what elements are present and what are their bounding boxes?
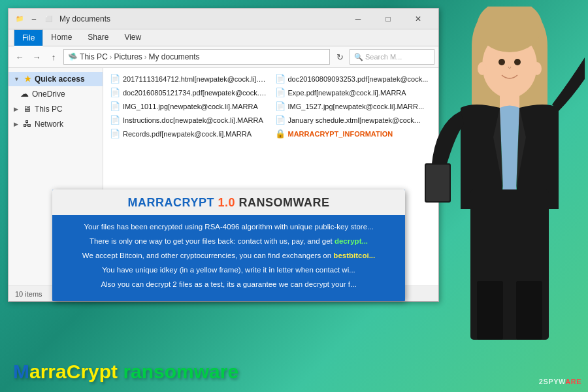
file-name-5: IMG_1527.jpg[newpatek@cock.li].MARR... [288, 103, 425, 110]
file-icon-6: 📄 [110, 115, 120, 125]
file-icon-9: 🔒 [275, 129, 286, 139]
sidebar-item-onedrive[interactable]: ☁ OneDrive [8, 86, 103, 101]
file-icon-2: 📄 [110, 88, 120, 97]
ransom-link-decrypt: decrypt... [335, 237, 368, 245]
ransom-line-0: Your files has been encrypted using RSA-… [63, 221, 395, 232]
label-rest: arraCrypt [29, 361, 123, 382]
file-icon-0: 📄 [110, 74, 120, 84]
file-name-7: January schedule.xtml[newpatek@cock... [288, 116, 421, 124]
tab-file[interactable]: File [14, 29, 43, 46]
file-name-3: Expe.pdf[newpatek@cock.li].MARRA [288, 89, 406, 97]
ransom-title: MARRACRYPT 1.0 RANSOMWARE [63, 196, 395, 210]
file-row[interactable]: 📄 doc20160805121734.pdf[newpatek@cock.li… [106, 86, 271, 99]
expand-arrow-pc: ▶ [14, 106, 18, 112]
person-image [405, 0, 588, 340]
back-button[interactable]: ← [12, 50, 27, 64]
ransom-line-1: There is only one way to get your files … [63, 236, 395, 246]
watermark-are: ARE [565, 378, 581, 385]
title-bar-icon3: ⬜ [42, 13, 54, 25]
ransom-line-3: You have unique idkey (in a yellow frame… [63, 265, 395, 275]
file-name-9: MARRACRYPT_INFORMATION [288, 130, 393, 138]
search-icon: 🔍 [354, 53, 363, 61]
watermark-2spy: 2SPYW [539, 378, 565, 385]
ransom-link-bitcoin: bestbitcoi... [333, 252, 375, 259]
minimize-button[interactable]: ─ [343, 8, 373, 29]
ransom-line-2: We accept Bitcoin, and other cryptocurre… [63, 250, 395, 261]
title-bar-icon2: ─ [28, 13, 40, 25]
path-pictures: Pictures [114, 52, 142, 61]
sidebar-item-this-pc[interactable]: ▶ 🖥 This PC [8, 101, 103, 116]
file-icon-4: 📄 [110, 101, 120, 111]
ransom-body: Your files has been encrypted using RSA-… [52, 215, 405, 301]
ransom-title-suffix: RANSOMWARE [235, 196, 330, 209]
path-my-docs: My documents [149, 52, 200, 61]
file-grid: 📄 20171113164712.html[newpatek@cock.li].… [106, 72, 436, 140]
ransom-header: MARRACRYPT 1.0 RANSOMWARE [52, 189, 405, 215]
address-path[interactable]: 🛸 This PC › Pictures › My documents [63, 49, 330, 65]
watermark: 2SPYWARE [539, 378, 581, 385]
network-icon: 🖧 [23, 119, 31, 129]
sidebar-label-onedrive: OneDrive [32, 90, 65, 99]
maximize-button[interactable]: □ [373, 8, 403, 29]
svg-point-11 [498, 59, 505, 65]
star-icon: ★ [24, 74, 31, 84]
file-name-6: Instructions.doc[newpatek@cock.li].MARRA [123, 116, 263, 124]
file-name-2: doc20160805121734.pdf[newpatek@cock.li].… [123, 89, 267, 97]
tab-view[interactable]: View [116, 29, 149, 46]
up-button[interactable]: ↑ [46, 50, 61, 64]
svg-rect-9 [477, 281, 503, 340]
ribbon: File Home Share View [8, 29, 438, 46]
address-bar: ← → ↑ 🛸 This PC › Pictures › My document… [8, 46, 438, 68]
bottom-label: MarraCrypt ransomware [13, 361, 238, 383]
window-title: My documents [59, 14, 343, 24]
svg-point-13 [478, 62, 487, 75]
svg-rect-10 [516, 281, 542, 340]
sidebar-label-network: Network [35, 120, 63, 129]
folder-icon: 📁 [14, 13, 25, 25]
ransom-panel: MARRACRYPT 1.0 RANSOMWARE Your files has… [52, 189, 405, 301]
ransom-line-4: Also you can decrypt 2 files as a test, … [63, 279, 395, 289]
path-this-pc: 🛸 This PC [68, 52, 108, 61]
file-row[interactable]: 📄 Instructions.doc[newpatek@cock.li].MAR… [106, 113, 271, 127]
sidebar-item-network[interactable]: ▶ 🖧 Network [8, 116, 103, 131]
ransom-title-version: 1.0 [218, 196, 235, 209]
file-row[interactable]: 📄 IMG_1011.jpg[newpatek@cock.li].MARRA [106, 99, 271, 113]
file-name-8: Records.pdf[newpatek@cock.li].MARRA [123, 130, 252, 138]
svg-point-14 [532, 62, 542, 75]
pc-icon: 🖥 [23, 104, 31, 114]
label-prefix: M [13, 361, 29, 382]
file-row[interactable]: 📄 Records.pdf[newpatek@cock.li].MARRA [106, 127, 271, 140]
person-svg [408, 7, 585, 340]
file-icon-1: 📄 [275, 74, 286, 84]
sidebar-item-quick-access[interactable]: ▼ ★ Quick access [8, 72, 103, 86]
file-icon-5: 📄 [275, 101, 286, 111]
file-row[interactable]: 📄 20171113164712.html[newpatek@cock.li].… [106, 72, 271, 86]
status-text: 10 items [15, 290, 42, 298]
sidebar-label-quick-access: Quick access [35, 74, 85, 84]
ransom-title-prefix: MARRACRYPT [128, 196, 218, 209]
sidebar-label-this-pc: This PC [35, 105, 63, 114]
label-ransomware: ransomware [123, 361, 238, 382]
svg-rect-7 [426, 165, 449, 201]
file-icon-3: 📄 [275, 88, 286, 97]
search-placeholder: Search M... [365, 53, 402, 61]
expand-arrow-net: ▶ [14, 121, 18, 127]
svg-point-12 [514, 59, 521, 65]
title-bar: 📁 ─ ⬜ My documents ─ □ ✕ [8, 8, 438, 29]
tab-share[interactable]: Share [80, 29, 116, 46]
forward-button[interactable]: → [29, 50, 44, 64]
file-name-4: IMG_1011.jpg[newpatek@cock.li].MARRA [123, 103, 258, 110]
file-name-0: 20171113164712.html[newpatek@cock.li].MA… [123, 75, 267, 83]
file-icon-7: 📄 [275, 115, 286, 125]
tab-home[interactable]: Home [43, 29, 80, 46]
refresh-button[interactable]: ↻ [333, 50, 347, 64]
title-bar-icons: 📁 ─ ⬜ [14, 13, 54, 25]
file-icon-8: 📄 [110, 129, 120, 139]
ribbon-tabs: File Home Share View [8, 29, 438, 46]
expand-arrow: ▼ [14, 76, 20, 82]
onedrive-icon: ☁ [20, 89, 29, 99]
